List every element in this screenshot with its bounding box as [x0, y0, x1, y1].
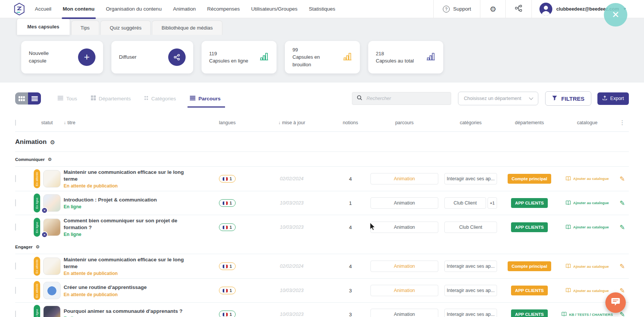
section-settings-gear-icon[interactable]: ⚙: [50, 139, 55, 145]
categories-cell: Interagir avec ses ap...: [441, 309, 500, 317]
stat-card-capsules-au-total[interactable]: 218Capsules au total: [368, 41, 443, 73]
catalogue-action[interactable]: Ajouter au catalogue: [559, 288, 616, 293]
parcours-box[interactable]: Animation: [370, 309, 438, 317]
action-card-diffuser[interactable]: Diffuser: [111, 41, 193, 73]
grid-view-button[interactable]: [15, 92, 28, 105]
language-count: 1: [230, 288, 232, 293]
capsule-title-block[interactable]: Créer une routine d'apprentissageEn atte…: [64, 284, 205, 297]
filter-tab-de-partements[interactable]: Départements: [91, 91, 131, 106]
category-extra-chip[interactable]: +1: [488, 197, 497, 209]
tab-quiz-sugge-re-s[interactable]: Quiz suggérés: [100, 20, 151, 35]
language-badge: 1: [219, 287, 236, 294]
catalogue-action[interactable]: Ajouter au catalogue: [559, 225, 616, 230]
nav-item-re-compenses[interactable]: Récompenses: [207, 0, 240, 18]
row-checkbox[interactable]: [15, 311, 16, 317]
department-select[interactable]: Choisissez un département: [458, 92, 538, 105]
edit-pencil-icon[interactable]: ✎: [616, 262, 629, 270]
category-box[interactable]: Club Client: [444, 222, 497, 233]
category-box[interactable]: Interagir avec ses ap...: [444, 173, 497, 184]
row-checkbox[interactable]: [15, 175, 16, 182]
select-all-checkbox[interactable]: [15, 120, 16, 126]
header-mise-a-jour[interactable]: ↓mise à jour: [250, 120, 333, 125]
sort-icon: ↓: [64, 120, 66, 125]
catalogue-action[interactable]: Ajouter au catalogue: [559, 176, 616, 181]
filters-button[interactable]: FILTRES: [545, 91, 591, 106]
thumbnail-remove-icon[interactable]: ✕: [41, 231, 48, 238]
group-filter-tabs: TousDépartementsCatégoriesParcours: [58, 91, 234, 106]
stat-card-capsules-en-ligne[interactable]: 119Capsules en ligne: [202, 41, 277, 73]
row-checkbox[interactable]: [15, 287, 16, 294]
catalogue-action[interactable]: Ajouter au catalogue: [559, 264, 616, 269]
catalogue-book-icon: [566, 288, 571, 293]
chevron-down-icon: [529, 95, 533, 100]
nav-item-mon-contenu[interactable]: Mon contenu: [63, 0, 95, 18]
edit-pencil-icon[interactable]: ✎: [616, 175, 629, 183]
list-view-button[interactable]: [28, 92, 41, 105]
nav-item-utilisateurs-groupes[interactable]: Utilisateurs/Groupes: [251, 0, 297, 18]
primary-nav: AccueilMon contenuOrganisation du conten…: [35, 0, 347, 18]
category-box[interactable]: Interagir avec ses ap...: [444, 309, 497, 317]
capsule-title-block[interactable]: Maintenir une communication efficace sur…: [64, 169, 205, 189]
nav-item-statistiques[interactable]: Statistiques: [309, 0, 335, 18]
filters-label: FILTRES: [561, 95, 584, 102]
capsule-title: Maintenir une communication efficace sur…: [64, 256, 195, 270]
subsection-settings-gear-icon[interactable]: ⚙: [36, 245, 40, 249]
section-title: Animation: [15, 138, 47, 146]
capsule-title-block[interactable]: Comment bien communiquer sur son projet …: [64, 217, 205, 237]
thumbnail-remove-icon[interactable]: ✕: [41, 207, 48, 214]
tab-bibliothe-que-de-me-dias[interactable]: Bibliothèque de médias: [152, 20, 222, 35]
row-checkbox[interactable]: [15, 199, 16, 206]
stat-card-label: Capsules en brouillon: [292, 53, 332, 68]
search-input[interactable]: [366, 95, 446, 102]
stat-card-text: 119Capsules en ligne: [209, 50, 249, 65]
filter-tab-cate-gories[interactable]: Catégories: [144, 91, 176, 106]
language-count: 1: [230, 225, 232, 230]
nav-item-accueil[interactable]: Accueil: [35, 0, 52, 18]
beedeez-logo-icon[interactable]: [14, 0, 25, 18]
export-button[interactable]: Export: [597, 92, 629, 105]
settings-button[interactable]: ⚙: [480, 0, 505, 18]
action-card-nouvelle-capsule[interactable]: Nouvelle capsule+: [21, 41, 103, 73]
overlay-close-button[interactable]: ✕: [604, 3, 627, 27]
parcours-box[interactable]: Animation: [370, 222, 438, 233]
nav-item-animation[interactable]: Animation: [173, 0, 196, 18]
subsection-settings-gear-icon[interactable]: ⚙: [48, 157, 52, 162]
edit-pencil-icon[interactable]: ✎: [616, 223, 629, 231]
parcours-box[interactable]: Animation: [370, 173, 438, 184]
edit-pencil-icon[interactable]: ✎: [616, 199, 629, 207]
category-box[interactable]: Interagir avec ses ap...: [444, 285, 497, 296]
capsule-cards: Nouvelle capsule+Diffuser119Capsules en …: [21, 41, 644, 73]
thumbnail-cell: ✕: [43, 194, 64, 212]
catalogue-action[interactable]: Ajouter au catalogue: [559, 200, 616, 206]
capsule-title: Comment bien communiquer sur son projet …: [64, 217, 195, 231]
updated-date: 10/03/2023: [250, 312, 333, 317]
updated-date: 10/03/2023: [250, 225, 333, 230]
support-button[interactable]: ? Support: [434, 0, 480, 18]
row-checkbox[interactable]: [15, 262, 16, 270]
parcours-box[interactable]: Animation: [370, 285, 438, 296]
nav-item-organisation-du-contenu[interactable]: Organisation du contenu: [106, 0, 162, 18]
catalogue-label: Ajouter au catalogue: [573, 264, 609, 269]
category-box[interactable]: Interagir avec ses ap...: [444, 261, 497, 272]
parcours-box[interactable]: Animation: [370, 261, 438, 272]
capsule-thumbnail: ✕: [43, 194, 61, 212]
department-select-value: Choisissez un département: [464, 96, 521, 101]
language-flag-icon: [223, 289, 228, 292]
tab-mes-capsules[interactable]: Mes capsules: [17, 18, 70, 35]
row-checkbox[interactable]: [15, 223, 16, 231]
filter-tab-tous[interactable]: Tous: [58, 91, 77, 106]
capsule-title-block[interactable]: Pourquoi animer sa communauté d'apprenan…: [64, 308, 205, 317]
capsule-title-block[interactable]: Maintenir une communication efficace sur…: [64, 256, 205, 276]
capsule-row: En attenteCréer une routine d'apprentiss…: [15, 278, 629, 302]
column-options-icon[interactable]: ⋮: [616, 119, 629, 126]
filter-tab-parcours[interactable]: Parcours: [190, 91, 221, 106]
catalogue-action[interactable]: KB / TESTS / CHANTIERS: [559, 312, 616, 317]
parcours-box[interactable]: Animation: [370, 197, 438, 209]
header-titre[interactable]: ↓titre: [64, 120, 205, 125]
category-box[interactable]: Club Client: [444, 197, 486, 209]
chat-launcher-button[interactable]: [605, 292, 626, 313]
capsule-title-block[interactable]: Introduction : Projet & communicationEn …: [64, 197, 205, 210]
tab-tips[interactable]: Tips: [71, 20, 99, 35]
org-share-button[interactable]: [506, 0, 531, 18]
stat-card-capsules-en-brouillon[interactable]: 99Capsules en brouillon: [285, 41, 360, 73]
